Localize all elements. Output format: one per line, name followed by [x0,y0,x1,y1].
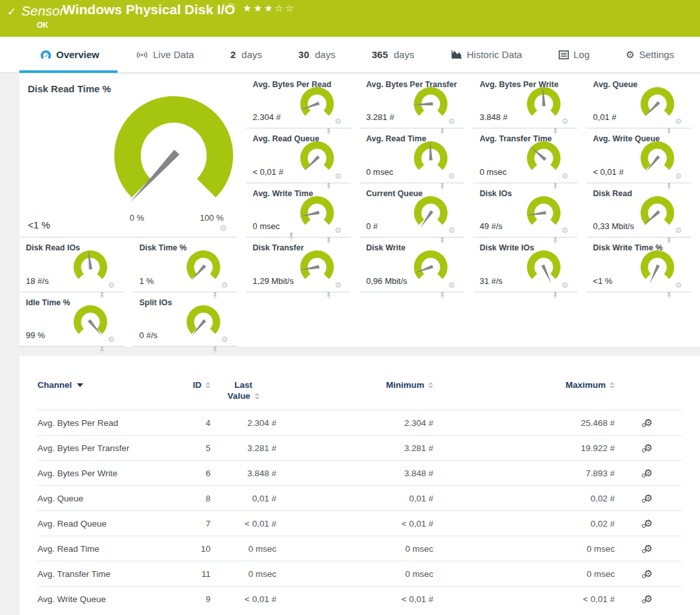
tab-historic-data[interactable]: Historic Data [451,37,522,73]
column-header-channel[interactable]: Channel [37,378,180,410]
gauge-cell[interactable]: Current Queue0 #⚙ [360,183,464,237]
tab-live-data[interactable]: Live Data [136,37,194,73]
gauge-cell[interactable]: Avg. Write Time0 msec⚙ [246,183,351,237]
channel-settings-gear-icon[interactable]: ⚙ [644,468,652,478]
channel-settings-gear-icon[interactable]: ⚙ [644,443,652,452]
cell-id: 8 [180,486,211,511]
gauge-value: 1 % [139,276,154,286]
sort-caret-down-icon [77,383,83,387]
channel-settings-gear-icon[interactable]: ⚙ [644,518,652,528]
cell-max: 25.468 # [433,410,615,436]
gear-icon[interactable]: ⚙ [335,227,342,234]
column-label: ID [193,380,202,390]
priority-stars[interactable]: ★★★☆☆ [243,3,296,14]
pin-icon[interactable] [440,292,445,299]
gauge-cell[interactable]: Avg. Read Time0 msec⚙ [360,128,464,183]
pin-icon[interactable] [666,292,672,299]
gauge-dial [520,139,567,179]
tab-2-days[interactable]: 2days [231,37,262,73]
sort-arrows-icon [254,393,260,399]
gauge-cell[interactable]: Avg. Bytes Per Read2.304 #⚙ [246,74,351,128]
pin-icon[interactable] [99,346,105,354]
pin-icon[interactable] [212,346,218,354]
gear-icon[interactable]: ⚙ [448,117,455,125]
gear-icon[interactable]: ⚙ [562,227,569,234]
gauge-cell[interactable]: Disk Write IOs31 #/s⚙ [473,237,578,292]
gear-icon[interactable]: ⚙ [335,117,342,125]
gear-icon[interactable]: ⚙ [675,227,682,234]
channel-settings-gear-icon[interactable]: ⚙ [644,543,652,553]
gear-icon[interactable]: ⚙ [221,336,229,343]
column-header-id[interactable]: ID [180,378,211,410]
gear-icon[interactable]: ⚙ [448,172,455,180]
gauge-cell[interactable]: Avg. Bytes Per Transfer3.281 #⚙ [360,74,464,128]
gear-icon[interactable]: ⚙ [221,281,229,289]
channel-row: Avg. Write Queue9< 0,01 #< 0,01 #< 0,01 … [37,587,682,612]
gauge-cell[interactable]: Avg. Write Queue< 0,01 #⚙ [586,128,691,183]
cell-id: 10 [180,536,211,561]
gauge-cell[interactable]: Avg. Bytes Per Write3.848 #⚙ [473,74,578,128]
tab-label: Log [573,49,590,60]
gauge-actions: ⚙ [562,172,569,180]
column-header-min[interactable]: Minimum [276,378,433,410]
gauge-dial [520,85,567,125]
gear-icon[interactable]: ⚙ [675,117,682,125]
channel-settings-gear-icon[interactable]: ⚙ [644,594,652,603]
gauge-dial [67,248,114,288]
tab-365-days[interactable]: 365days [372,37,415,73]
gauge-cell[interactable]: Avg. Queue0,01 #⚙ [586,74,691,128]
gauge-cell[interactable]: Idle Time %99 %⚙ [19,292,124,347]
primary-gauge-cell[interactable]: Disk Read Time % <1 % 0 % 100 % ⚙ [19,74,237,237]
channel-settings-gear-icon[interactable]: ⚙ [644,493,652,503]
gear-icon[interactable]: ⚙ [562,172,569,180]
gear-icon[interactable]: ⚙ [220,223,227,233]
gauge-cell[interactable]: Disk Read0,33 Mbit/s⚙ [586,183,691,237]
cell-last: 0,01 # [211,486,276,511]
gauge-cell[interactable]: Disk Write Time %<1 %⚙ [586,237,691,292]
tab-settings[interactable]: ⚙Settings [626,37,674,73]
tab-overview[interactable]: Overview [40,37,99,73]
gauge-cell[interactable]: Disk Read IOs18 #/s⚙ [19,237,124,292]
page-title: Windows Physical Disk I/O [63,2,235,17]
gauge-cell[interactable]: Disk Transfer1,29 Mbit/s⚙ [246,237,351,292]
gear-icon[interactable]: ⚙ [675,281,682,289]
gauge-dial [634,248,681,288]
gauge-cell[interactable]: Split IOs0 #/s⚙ [133,292,238,347]
column-header-last[interactable]: LastValue [211,378,276,410]
gauge-dial [180,303,227,343]
pin-icon[interactable] [326,292,331,299]
gauge-cell[interactable]: Disk Time %1 %⚙ [133,237,238,292]
gauge-value: 0 msec [366,167,393,177]
gauge-cell[interactable]: Disk Write0,96 Mbit/s⚙ [360,237,464,292]
gauges-grid: Disk Read Time % <1 % 0 % 100 % ⚙ Avg. B… [19,74,700,347]
gauge-value: 0,33 Mbit/s [593,221,634,231]
tab-30-days[interactable]: 30days [298,37,335,73]
gear-icon[interactable]: ⚙ [335,281,342,289]
gauge-value: 0 # [366,221,378,231]
channel-settings-gear-icon[interactable]: ⚙ [644,569,652,578]
gauge-value: 3.848 # [480,112,508,122]
gear-icon[interactable]: ⚙ [108,336,115,343]
gauge-cell[interactable]: Avg. Read Queue< 0,01 #⚙ [246,128,351,183]
channel-settings-gear-icon[interactable]: ⚙ [644,418,652,427]
tab-log[interactable]: Log [559,37,590,73]
gauge-cell[interactable]: Avg. Transfer Time0 msec⚙ [473,128,578,183]
column-header-max[interactable]: Maximum [433,378,615,410]
gear-icon[interactable]: ⚙ [448,227,455,234]
pin-icon[interactable] [553,292,558,299]
gear-icon[interactable]: ⚙ [335,172,342,180]
gear-icon[interactable]: ⚙ [562,281,569,289]
flag-icon[interactable]: ⚐ [227,1,236,12]
cell-min: 3.281 # [276,436,433,461]
gear-icon[interactable]: ⚙ [675,172,682,180]
gauge-value: 1,29 Mbit/s [252,276,294,286]
gauge-dial [180,248,227,288]
gear-icon[interactable]: ⚙ [562,117,569,125]
chart-icon [451,50,462,59]
cell-max: 0 msec [433,561,615,587]
gear-icon[interactable]: ⚙ [448,281,455,289]
gauge-icon [40,50,52,60]
channels-table-header: ChannelIDLastValueMinimumMaximum [37,378,682,410]
gauge-cell[interactable]: Disk IOs49 #/s⚙ [473,183,578,237]
gear-icon[interactable]: ⚙ [108,281,115,289]
